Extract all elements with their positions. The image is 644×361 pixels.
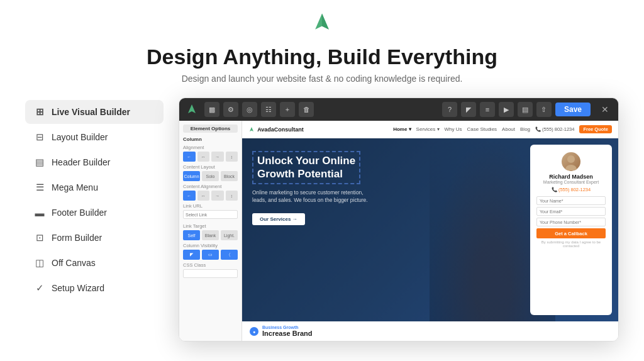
visibility-desktop-btn[interactable]: ◤ [183,250,200,260]
bottom-title: Increase Brand [262,330,312,337]
sidebar-item-label: Off Canvas [52,258,96,268]
contact-submit-button[interactable]: Get a Callback [536,228,606,238]
link-url-input[interactable] [183,210,238,219]
nav-link-cases[interactable]: Case Studies [467,126,497,132]
target-lightbox-btn[interactable]: Light. [221,230,238,240]
hero-subtitle: Online marketing to secure customer rete… [252,189,378,204]
link-url-label: Link URL [183,203,238,209]
sidebar-item-mega-menu[interactable]: ☰ Mega Menu [25,175,164,199]
link-target-row: Self Blank Light. [183,230,238,240]
browser-mockup: ▩ ⚙ ◎ ☷ + 🗑 ? ◤ ≡ ▶ ▤ ⇧ Save ✕ Elem [179,97,619,342]
sidebar-item-live-visual-builder[interactable]: ⊞ Live Visual Builder [25,100,164,124]
contact-phone-input[interactable] [536,218,606,226]
content-layout-row: Column Solo Block [183,171,238,181]
left-panel: Element Options Column Alignment ← ↔ → ↕… [179,121,242,341]
save-button[interactable]: Save [555,103,591,116]
layout-block-btn[interactable]: Block [221,171,238,181]
toolbar-avada-logo [186,103,198,116]
close-button[interactable]: ✕ [598,103,612,116]
nav-link-about[interactable]: About [502,126,515,132]
target-blank-btn[interactable]: Blank [202,230,219,240]
sidebar-item-label: Form Builder [52,233,102,243]
contact-email-input[interactable] [536,207,606,216]
toolbar-help-btn[interactable]: ? [442,102,457,117]
sidebar-item-off-canvas[interactable]: ◫ Off Canvas [25,251,164,275]
content-align-left-btn[interactable]: ← [183,191,196,201]
toolbar-grid-btn[interactable]: ≡ [480,102,495,117]
visibility-tablet-btn[interactable]: ▭ [202,250,219,260]
svg-point-5 [565,165,577,170]
sidebar-item-header-builder[interactable]: ▤ Header Builder [25,150,164,174]
sidebar-item-setup-wizard[interactable]: ✓ Setup Wizard [25,276,164,300]
toolbar-preview-btn[interactable]: ▶ [499,102,514,117]
site-nav-phone: 📞 (555) 802-1234 [535,126,574,132]
alignment-row: ← ↔ → ↕ [183,152,238,162]
toolbar-export-btn[interactable]: ⇧ [536,102,552,117]
toolbar-settings-btn[interactable]: ⚙ [223,102,238,117]
nav-link-services[interactable]: Services ▾ [416,126,440,132]
sidebar-item-label: Header Builder [52,157,110,167]
off-canvas-icon: ◫ [34,257,45,269]
toolbar-layers-btn[interactable]: ▩ [204,102,219,117]
site-nav-cta[interactable]: Free Quote [579,125,612,133]
align-justify-btn[interactable]: ↕ [226,152,238,162]
toolbar-trash-btn[interactable]: 🗑 [299,102,314,117]
sidebar-item-label: Footer Builder [52,208,107,218]
toolbar-page-btn[interactable]: ▤ [518,102,533,117]
setup-wizard-icon: ✓ [34,282,45,294]
sidebar: ⊞ Live Visual Builder ⊟ Layout Builder ▤… [25,97,164,342]
site-content: Element Options Column Alignment ← ↔ → ↕… [179,121,618,341]
live-visual-builder-icon: ⊞ [34,106,45,118]
nav-link-home[interactable]: Home ▾ [393,126,411,132]
hero-cta-button[interactable]: Our Services → [252,213,305,225]
sidebar-item-label: Layout Builder [52,132,108,142]
nav-link-blog[interactable]: Blog [520,126,530,132]
layout-column-btn[interactable]: Column [183,171,200,181]
content-align-right-btn[interactable]: → [211,191,224,201]
align-right-btn[interactable]: → [211,152,224,162]
svg-point-4 [567,155,575,163]
sidebar-item-label: Live Visual Builder [52,107,130,117]
align-left-btn[interactable]: ← [183,152,196,162]
align-center-btn[interactable]: ↔ [197,152,210,162]
toolbar-add-btn[interactable]: + [280,102,295,117]
visibility-mobile-btn[interactable]: 〈 [221,250,238,260]
contact-phone: 📞 (555) 802-1234 [536,187,606,192]
hero-text-area: Unlock Your OnlineGrowth Potential Onlin… [242,138,530,321]
site-main: AvadaConsultant Home ▾ Services ▾ Why Us… [242,121,618,341]
contact-name: Richard Madsen [536,174,606,180]
layout-solo-btn[interactable]: Solo [202,171,219,181]
target-self-btn[interactable]: Self [183,230,200,240]
css-class-input[interactable] [183,269,238,278]
svg-marker-2 [188,104,196,113]
site-nav-logo: AvadaConsultant [248,126,304,133]
toolbar-desktop-btn[interactable]: ◤ [461,102,476,117]
sidebar-item-form-builder[interactable]: ⊡ Form Builder [25,226,164,250]
sidebar-item-label: Mega Menu [52,182,98,192]
mega-menu-icon: ☰ [34,182,45,193]
browser-toolbar: ▩ ⚙ ◎ ☷ + 🗑 ? ◤ ≡ ▶ ▤ ⇧ Save ✕ [179,98,618,121]
toolbar-layout-btn[interactable]: ☷ [261,102,276,117]
link-target-label: Link Target [183,223,238,229]
bottom-section: ● Business Growth Increase Brand [242,321,618,341]
business-growth-badge: ● [250,327,258,336]
content-align-justify-btn[interactable]: ↕ [226,191,238,201]
svg-marker-1 [322,14,329,30]
column-label: Column [183,136,238,142]
content-align-center-btn[interactable]: ↔ [197,191,210,201]
hero-section: Unlock Your OnlineGrowth Potential Onlin… [242,138,618,321]
header-builder-icon: ▤ [34,157,45,168]
content-alignment-label: Content Alignment [183,184,238,189]
sidebar-item-layout-builder[interactable]: ⊟ Layout Builder [25,125,164,149]
contact-avatar [562,152,580,171]
css-class-label: CSS Class [183,262,238,268]
sidebar-item-footer-builder[interactable]: ▬ Footer Builder [25,201,164,225]
toolbar-history-btn[interactable]: ◎ [242,102,257,117]
page-wrapper: Design Anything, Build Everything Design… [0,0,644,361]
layout-builder-icon: ⊟ [34,131,45,143]
content-area: ⊞ Live Visual Builder ⊟ Layout Builder ▤… [0,97,644,342]
sub-heading: Design and launch your website fast & no… [182,74,463,84]
contact-name-input[interactable] [536,196,606,205]
nav-link-whyus[interactable]: Why Us [445,126,462,132]
hero-title: Unlock Your OnlineGrowth Potential [252,151,360,184]
